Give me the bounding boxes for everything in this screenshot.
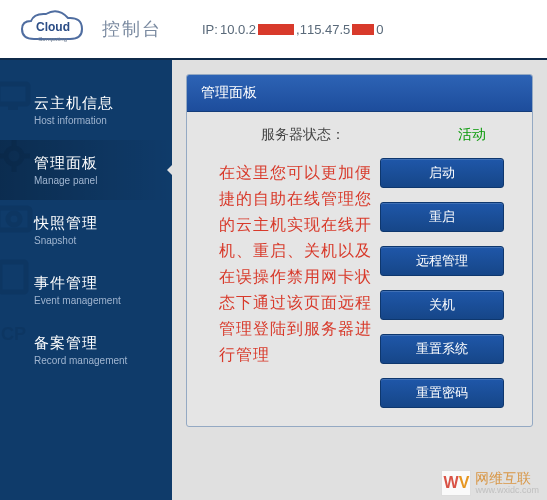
reset-system-button[interactable]: 重置系统 bbox=[380, 334, 504, 364]
ip-part-1: 10.0.2 bbox=[220, 22, 256, 37]
sidebar: 云主机信息 Host information 管理面板 Manage panel… bbox=[0, 60, 172, 500]
sidebar-item-host-info[interactable]: 云主机信息 Host information bbox=[0, 80, 172, 140]
sidebar-item-event-mgmt[interactable]: 事件管理 Event management bbox=[0, 260, 172, 320]
watermark-line2: www.wxidc.com bbox=[475, 485, 539, 495]
sidebar-item-sublabel: Record management bbox=[34, 355, 162, 366]
action-buttons: 启动 重启 远程管理 关机 重置系统 重置密码 bbox=[380, 158, 512, 408]
panel-body: 服务器状态： 活动 在这里您可以更加便捷的自助在线管理您的云主机实现在线开机、重… bbox=[187, 112, 532, 426]
sidebar-item-sublabel: Snapshot bbox=[34, 235, 162, 246]
watermark: WV 网维互联 www.wxidc.com bbox=[441, 470, 539, 496]
sidebar-item-label: 管理面板 bbox=[34, 154, 162, 173]
sidebar-item-label: 备案管理 bbox=[34, 334, 162, 353]
brand-sub-text: Computing bbox=[38, 36, 67, 42]
sidebar-item-label: 事件管理 bbox=[34, 274, 162, 293]
start-button[interactable]: 启动 bbox=[380, 158, 504, 188]
sidebar-item-sublabel: Event management bbox=[34, 295, 162, 306]
remote-manage-button[interactable]: 远程管理 bbox=[380, 246, 504, 276]
cloud-logo-icon: Cloud Computing bbox=[16, 9, 94, 49]
brand-top-text: Cloud bbox=[36, 20, 70, 34]
manage-panel: 管理面板 服务器状态： 活动 在这里您可以更加便捷的自助在线管理您的云主机实现在… bbox=[186, 74, 533, 427]
server-status-label: 服务器状态： bbox=[261, 126, 345, 144]
sidebar-item-manage-panel[interactable]: 管理面板 Manage panel bbox=[0, 140, 172, 200]
watermark-line1: 网维互联 bbox=[475, 471, 539, 486]
panel-title: 管理面板 bbox=[187, 75, 532, 112]
server-status-row: 服务器状态： 活动 bbox=[187, 126, 532, 144]
main-area: 云主机信息 Host information 管理面板 Manage panel… bbox=[0, 58, 547, 500]
sidebar-item-label: 云主机信息 bbox=[34, 94, 162, 113]
panel-description: 在这里您可以更加便捷的自助在线管理您的云主机实现在线开机、重启、关机以及在误操作… bbox=[207, 158, 380, 408]
app-title: 控制台 bbox=[102, 17, 162, 41]
server-status-value: 活动 bbox=[458, 126, 486, 144]
ip-redacted-b bbox=[352, 24, 374, 35]
sidebar-item-sublabel: Manage panel bbox=[34, 175, 162, 186]
brand: Cloud Computing 控制台 bbox=[16, 9, 162, 49]
ip-label: IP: bbox=[202, 22, 218, 37]
ip-redacted-a bbox=[258, 24, 294, 35]
ip-part-3: 0 bbox=[376, 22, 383, 37]
sidebar-item-record-mgmt[interactable]: 备案管理 Record management bbox=[0, 320, 172, 380]
top-bar: Cloud Computing 控制台 IP: 10.0.2 ,115.47.5… bbox=[0, 0, 547, 58]
ip-line: IP: 10.0.2 ,115.47.5 0 bbox=[202, 22, 384, 37]
restart-button[interactable]: 重启 bbox=[380, 202, 504, 232]
ip-part-2: ,115.47.5 bbox=[296, 22, 350, 37]
sidebar-item-label: 快照管理 bbox=[34, 214, 162, 233]
shutdown-button[interactable]: 关机 bbox=[380, 290, 504, 320]
reset-password-button[interactable]: 重置密码 bbox=[380, 378, 504, 408]
sidebar-item-sublabel: Host information bbox=[34, 115, 162, 126]
watermark-badge-icon: WV bbox=[441, 470, 471, 496]
sidebar-item-snapshot[interactable]: 快照管理 Snapshot bbox=[0, 200, 172, 260]
content-area: 管理面板 服务器状态： 活动 在这里您可以更加便捷的自助在线管理您的云主机实现在… bbox=[172, 60, 547, 500]
